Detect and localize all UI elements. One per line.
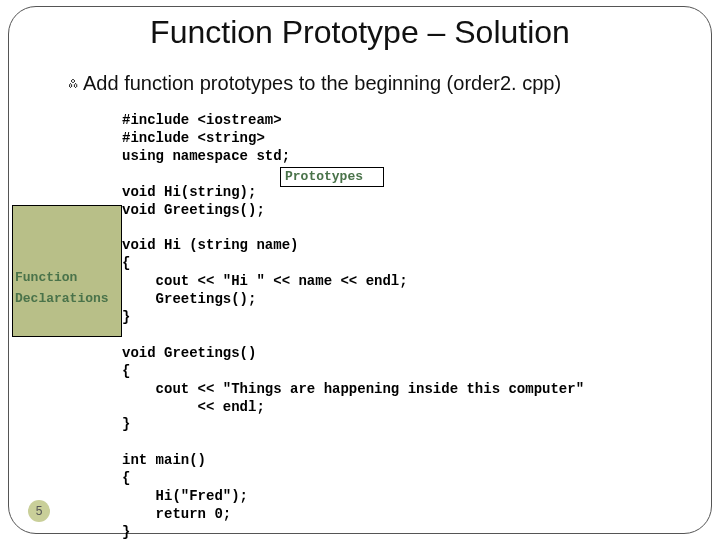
bullet-icon: ༜ [68, 75, 77, 93]
bullet-text: Add function prototypes to the beginning… [83, 72, 561, 95]
slide-number: 5 [28, 500, 50, 522]
prototypes-label-box: Prototypes [280, 167, 384, 187]
func-label-line1: Function [15, 268, 122, 289]
slide-title: Function Prototype – Solution [0, 14, 720, 51]
function-declarations-label: Function Declarations [12, 268, 122, 310]
bullet-row: ༜ Add function prototypes to the beginni… [68, 72, 561, 95]
func-label-line2: Declarations [15, 289, 122, 310]
